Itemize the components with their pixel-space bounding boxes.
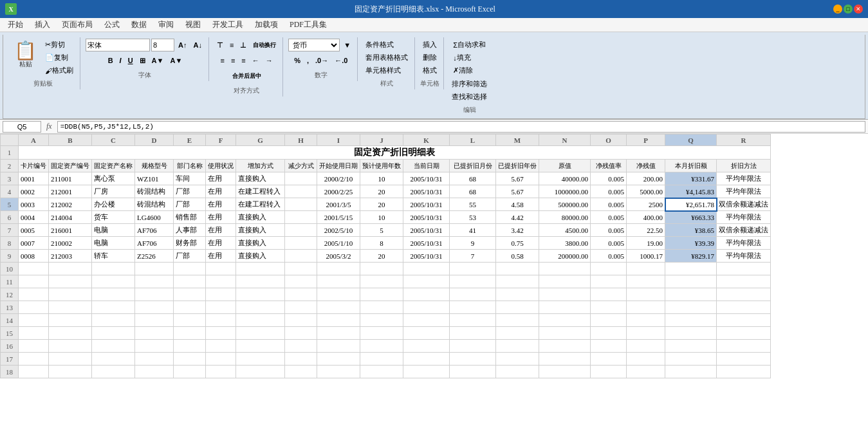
- cell-E8[interactable]: 财务部: [174, 237, 206, 250]
- cell-A9[interactable]: 0008: [19, 250, 49, 263]
- cell-col1-17[interactable]: [49, 353, 92, 366]
- font-shrink-button[interactable]: A↓: [190, 39, 204, 51]
- menu-addins[interactable]: 加载项: [250, 18, 283, 32]
- cell-col10-13[interactable]: [403, 301, 450, 314]
- window-controls[interactable]: _ □ ✕: [833, 5, 863, 14]
- cell-col5-10[interactable]: [206, 263, 236, 275]
- cut-button[interactable]: ✂ 剪切: [42, 39, 76, 51]
- col-J[interactable]: J: [360, 134, 403, 146]
- cell-col17-11[interactable]: [717, 275, 771, 288]
- cell-D4[interactable]: 砖混结构: [135, 185, 174, 198]
- cell-N8[interactable]: 3800.00: [539, 237, 591, 250]
- cell-col3-15[interactable]: [135, 327, 174, 340]
- cell-col13-18[interactable]: [539, 366, 591, 378]
- underline-button[interactable]: U: [125, 54, 136, 67]
- cell-A5[interactable]: 0003: [19, 198, 49, 211]
- cell-col3-18[interactable]: [135, 366, 174, 378]
- cell-col7-16[interactable]: [285, 340, 317, 353]
- cell-I8[interactable]: 2005/1/10: [317, 237, 360, 250]
- cell-R4[interactable]: 平均年限法: [717, 185, 771, 198]
- cell-O4[interactable]: 0.005: [591, 185, 627, 198]
- cell-col2-10[interactable]: [92, 263, 135, 275]
- cell-col12-15[interactable]: [496, 327, 539, 340]
- cell-col13-12[interactable]: [539, 288, 591, 301]
- cell-col7-11[interactable]: [285, 275, 317, 288]
- cell-F9[interactable]: 在用: [206, 250, 236, 263]
- cell-Q7[interactable]: ¥38.65: [665, 224, 717, 237]
- col-Q[interactable]: Q: [665, 134, 717, 146]
- cell-col15-11[interactable]: [627, 275, 665, 288]
- cell-col12-13[interactable]: [496, 301, 539, 314]
- cell-col0-11[interactable]: [19, 275, 49, 288]
- cell-col5-14[interactable]: [206, 314, 236, 327]
- cell-col17-16[interactable]: [717, 340, 771, 353]
- cell-J3[interactable]: 10: [360, 172, 403, 185]
- cell-col1-12[interactable]: [49, 288, 92, 301]
- wrap-text-button[interactable]: 自动换行: [250, 39, 279, 51]
- header-L[interactable]: 已提折旧月份: [450, 160, 496, 172]
- cell-Q9[interactable]: ¥829.17: [665, 250, 717, 263]
- cell-col7-10[interactable]: [285, 263, 317, 275]
- cell-col16-11[interactable]: [665, 275, 717, 288]
- cell-col16-12[interactable]: [665, 288, 717, 301]
- find-select-button[interactable]: 查找和选择: [449, 91, 490, 103]
- header-H[interactable]: 减少方式: [285, 160, 317, 172]
- cell-Q4[interactable]: ¥4,145.83: [665, 185, 717, 198]
- formula-input[interactable]: [57, 121, 865, 133]
- cell-col12-11[interactable]: [496, 275, 539, 288]
- cell-col14-12[interactable]: [591, 288, 627, 301]
- cell-H5[interactable]: [285, 198, 317, 211]
- cell-col6-11[interactable]: [236, 275, 285, 288]
- cell-col6-13[interactable]: [236, 301, 285, 314]
- cell-N5[interactable]: 500000.00: [539, 198, 591, 211]
- cell-col8-14[interactable]: [317, 314, 360, 327]
- cell-col9-10[interactable]: [360, 263, 403, 275]
- cell-col15-10[interactable]: [627, 263, 665, 275]
- cell-E3[interactable]: 车间: [174, 172, 206, 185]
- cell-col12-14[interactable]: [496, 314, 539, 327]
- cell-O9[interactable]: 0.005: [591, 250, 627, 263]
- cell-col15-15[interactable]: [627, 327, 665, 340]
- cell-col13-14[interactable]: [539, 314, 591, 327]
- cell-G4[interactable]: 在建工程转入: [236, 185, 285, 198]
- cell-col7-14[interactable]: [285, 314, 317, 327]
- cell-H6[interactable]: [285, 211, 317, 224]
- cell-M6[interactable]: 4.42: [496, 211, 539, 224]
- cell-col3-14[interactable]: [135, 314, 174, 327]
- cell-R9[interactable]: 平均年限法: [717, 250, 771, 263]
- cell-C5[interactable]: 办公楼: [92, 198, 135, 211]
- cell-col17-12[interactable]: [717, 288, 771, 301]
- cell-col4-18[interactable]: [174, 366, 206, 378]
- cell-col4-13[interactable]: [174, 301, 206, 314]
- cell-col9-17[interactable]: [360, 353, 403, 366]
- cell-H4[interactable]: [285, 185, 317, 198]
- cell-col15-18[interactable]: [627, 366, 665, 378]
- menu-formula[interactable]: 公式: [99, 18, 125, 32]
- cell-col11-15[interactable]: [450, 327, 496, 340]
- title-cell[interactable]: 固定资产折旧明细表: [19, 146, 771, 160]
- cell-B4[interactable]: 212001: [49, 185, 92, 198]
- header-Q[interactable]: 本月折旧额: [665, 160, 717, 172]
- cell-col17-17[interactable]: [717, 353, 771, 366]
- cell-C7[interactable]: 电脑: [92, 224, 135, 237]
- cell-col8-16[interactable]: [317, 340, 360, 353]
- cell-col10-12[interactable]: [403, 288, 450, 301]
- col-K[interactable]: K: [403, 134, 450, 146]
- cell-col15-16[interactable]: [627, 340, 665, 353]
- cell-F8[interactable]: 在用: [206, 237, 236, 250]
- cell-col9-13[interactable]: [360, 301, 403, 314]
- col-E[interactable]: E: [174, 134, 206, 146]
- cell-J9[interactable]: 20: [360, 250, 403, 263]
- cell-B8[interactable]: 210002: [49, 237, 92, 250]
- cell-I9[interactable]: 2005/3/2: [317, 250, 360, 263]
- cell-L8[interactable]: 9: [450, 237, 496, 250]
- cell-col1-11[interactable]: [49, 275, 92, 288]
- cell-F6[interactable]: 在用: [206, 211, 236, 224]
- cell-L4[interactable]: 68: [450, 185, 496, 198]
- header-D[interactable]: 规格型号: [135, 160, 174, 172]
- border-button[interactable]: ⊞: [137, 54, 148, 67]
- cell-col0-12[interactable]: [19, 288, 49, 301]
- cell-F3[interactable]: 在用: [206, 172, 236, 185]
- cell-col6-12[interactable]: [236, 288, 285, 301]
- font-grow-button[interactable]: A↑: [176, 39, 189, 51]
